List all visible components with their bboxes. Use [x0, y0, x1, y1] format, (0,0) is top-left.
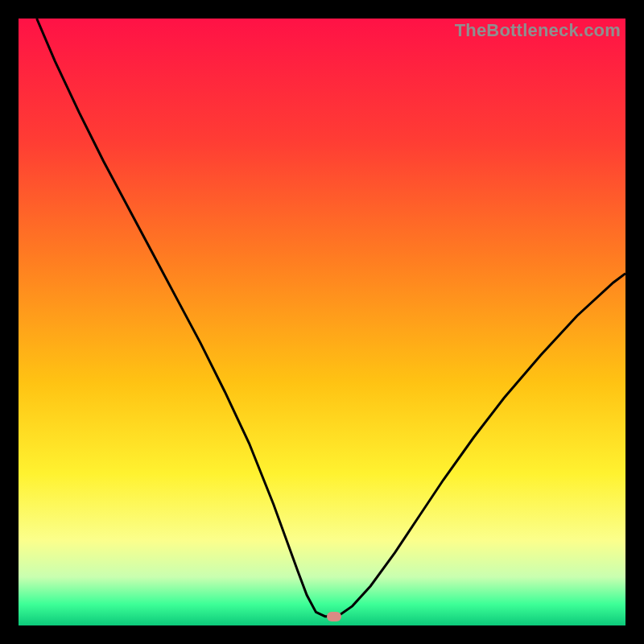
optimum-marker: [327, 612, 341, 621]
curve-layer: [19, 19, 625, 625]
watermark-text: TheBottleneck.com: [455, 20, 621, 41]
bottleneck-curve: [37, 19, 625, 617]
outer-frame: TheBottleneck.com: [0, 0, 644, 644]
plot-area: TheBottleneck.com: [19, 19, 625, 625]
